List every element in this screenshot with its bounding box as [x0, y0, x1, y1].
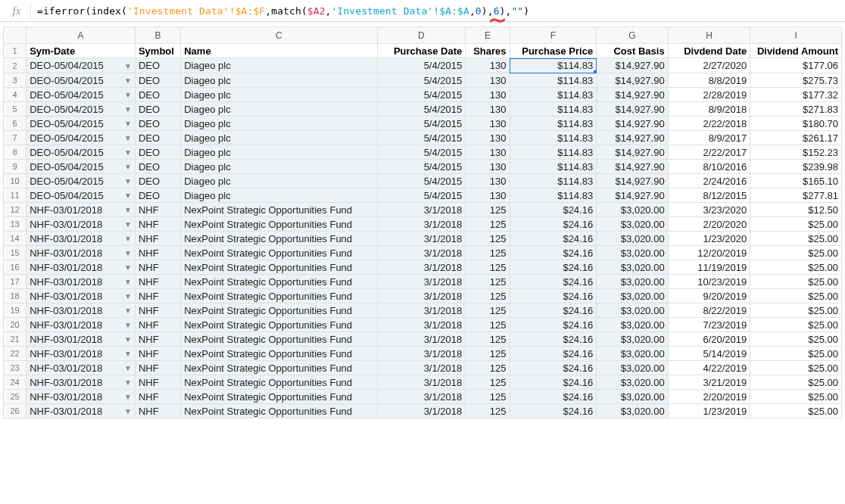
cell-purchase-date[interactable]: 3/1/2018: [377, 289, 466, 303]
cell-symdate[interactable]: NHF-03/01/2018▼: [27, 361, 136, 375]
header-cost-basis[interactable]: Cost Basis: [597, 44, 669, 58]
dropdown-icon[interactable]: ▼: [124, 292, 132, 300]
row-header-5[interactable]: 5: [4, 102, 27, 117]
cell-name[interactable]: Diageo plc: [181, 160, 377, 174]
cell-purchase-date[interactable]: 3/1/2018: [377, 260, 466, 275]
cell-dividend-amount[interactable]: $165.10: [750, 174, 842, 188]
cell-cost-basis[interactable]: $14,927.90: [597, 145, 669, 160]
cell-dividend-date[interactable]: 8/8/2019: [668, 73, 750, 88]
col-header-E[interactable]: E: [466, 27, 510, 44]
cell-dividend-date[interactable]: 3/21/2019: [668, 375, 750, 390]
cell-purchase-date[interactable]: 5/4/2015: [377, 88, 466, 102]
cell-purchase-date[interactable]: 5/4/2015: [377, 145, 466, 160]
cell-symbol[interactable]: DEO: [135, 117, 180, 131]
cell-shares[interactable]: 125: [466, 217, 510, 232]
dropdown-icon[interactable]: ▼: [124, 163, 132, 171]
cell-purchase-price[interactable]: $114.83: [510, 145, 597, 160]
cell-cost-basis[interactable]: $3,020.00: [597, 232, 669, 246]
cell-dividend-date[interactable]: 12/20/2019: [668, 246, 750, 260]
cell-dividend-date[interactable]: 7/23/2019: [668, 318, 750, 332]
cell-name[interactable]: Diageo plc: [181, 88, 377, 102]
cell-purchase-price[interactable]: $24.16: [510, 203, 597, 217]
cell-name[interactable]: NexPoint Strategic Opportunities Fund: [181, 289, 377, 303]
cell-name[interactable]: NexPoint Strategic Opportunities Fund: [181, 361, 377, 375]
cell-dividend-date[interactable]: 8/10/2016: [668, 160, 750, 174]
col-header-A[interactable]: A: [27, 27, 136, 44]
cell-symbol[interactable]: NHF: [135, 332, 180, 347]
col-header-G[interactable]: G: [597, 27, 669, 44]
header-symdate[interactable]: Sym-Date: [27, 44, 136, 58]
dropdown-icon[interactable]: ▼: [124, 120, 132, 128]
dropdown-icon[interactable]: ▼: [124, 393, 132, 401]
cell-dividend-amount[interactable]: $180.70: [750, 117, 842, 131]
cell-purchase-price[interactable]: $114.83: [510, 160, 597, 174]
row-header-6[interactable]: 6: [4, 117, 27, 131]
cell-dividend-date[interactable]: 2/28/2019: [668, 88, 750, 102]
cell-name[interactable]: NexPoint Strategic Opportunities Fund: [181, 303, 377, 318]
header-shares[interactable]: Shares: [466, 44, 510, 58]
cell-shares[interactable]: 125: [466, 347, 510, 361]
cell-shares[interactable]: 125: [466, 318, 510, 332]
cell-symbol[interactable]: NHF: [135, 390, 180, 404]
cell-dividend-amount[interactable]: $152.23: [750, 145, 842, 160]
cell-symbol[interactable]: DEO: [135, 88, 180, 102]
cell-dividend-amount[interactable]: $25.00: [750, 275, 842, 289]
dropdown-icon[interactable]: ▼: [124, 148, 132, 157]
cell-dividend-amount[interactable]: $277.81: [750, 188, 842, 203]
cell-cost-basis[interactable]: $14,927.90: [597, 73, 669, 88]
cell-name[interactable]: Diageo plc: [181, 102, 377, 117]
cell-name[interactable]: NexPoint Strategic Opportunities Fund: [181, 203, 377, 217]
cell-purchase-date[interactable]: 3/1/2018: [377, 390, 466, 404]
cell-shares[interactable]: 130: [466, 174, 510, 188]
cell-dividend-amount[interactable]: $261.17: [750, 131, 842, 145]
cell-symdate[interactable]: NHF-03/01/2018▼: [27, 390, 136, 404]
cell-symdate[interactable]: DEO-05/04/2015▼: [27, 160, 136, 174]
cell-purchase-date[interactable]: 3/1/2018: [377, 332, 466, 347]
row-header-23[interactable]: 23: [4, 361, 27, 375]
col-header-F[interactable]: F: [510, 27, 597, 44]
cell-purchase-price[interactable]: $24.16: [510, 332, 597, 347]
cell-purchase-date[interactable]: 5/4/2015: [377, 188, 466, 203]
cell-dividend-date[interactable]: 3/23/2020: [668, 203, 750, 217]
cell-purchase-price[interactable]: $24.16: [510, 347, 597, 361]
cell-dividend-date[interactable]: 1/23/2020: [668, 232, 750, 246]
cell-dividend-amount[interactable]: $25.00: [750, 318, 842, 332]
cell-symdate[interactable]: DEO-05/04/2015▼: [27, 131, 136, 145]
dropdown-icon[interactable]: ▼: [124, 249, 132, 257]
cell-symdate[interactable]: DEO-05/04/2015▼: [27, 88, 136, 102]
cell-shares[interactable]: 125: [466, 375, 510, 390]
cell-dividend-amount[interactable]: $275.73: [750, 73, 842, 88]
cell-dividend-date[interactable]: 8/12/2015: [668, 188, 750, 203]
cell-dividend-date[interactable]: 9/20/2019: [668, 289, 750, 303]
dropdown-icon[interactable]: ▼: [124, 306, 132, 315]
cell-purchase-price[interactable]: $24.16: [510, 232, 597, 246]
cell-symbol[interactable]: DEO: [135, 102, 180, 117]
cell-symdate[interactable]: DEO-05/04/2015▼: [27, 102, 136, 117]
cell-symdate[interactable]: NHF-03/01/2018▼: [27, 347, 136, 361]
cell-name[interactable]: NexPoint Strategic Opportunities Fund: [181, 390, 377, 404]
cell-dividend-amount[interactable]: $25.00: [750, 260, 842, 275]
cell-symdate[interactable]: NHF-03/01/2018▼: [27, 318, 136, 332]
cell-shares[interactable]: 125: [466, 404, 510, 418]
header-purchase-price[interactable]: Purchase Price: [510, 44, 597, 58]
dropdown-icon[interactable]: ▼: [124, 378, 132, 387]
cell-shares[interactable]: 125: [466, 246, 510, 260]
cell-name[interactable]: Diageo plc: [181, 58, 377, 73]
cell-dividend-date[interactable]: 1/23/2019: [668, 404, 750, 418]
row-header-26[interactable]: 26: [4, 404, 27, 418]
cell-cost-basis[interactable]: $3,020.00: [597, 275, 669, 289]
cell-symdate[interactable]: DEO-05/04/2015▼: [27, 145, 136, 160]
cell-dividend-amount[interactable]: $25.00: [750, 217, 842, 232]
cell-purchase-price[interactable]: $24.16: [510, 404, 597, 418]
cell-cost-basis[interactable]: $14,927.90: [597, 174, 669, 188]
cell-shares[interactable]: 125: [466, 332, 510, 347]
row-header-7[interactable]: 7: [4, 131, 27, 145]
cell-cost-basis[interactable]: $3,020.00: [597, 217, 669, 232]
cell-symbol[interactable]: DEO: [135, 188, 180, 203]
cell-name[interactable]: NexPoint Strategic Opportunities Fund: [181, 217, 377, 232]
cell-name[interactable]: Diageo plc: [181, 117, 377, 131]
dropdown-icon[interactable]: ▼: [124, 407, 132, 415]
cell-cost-basis[interactable]: $3,020.00: [597, 361, 669, 375]
cell-shares[interactable]: 125: [466, 232, 510, 246]
cell-shares[interactable]: 125: [466, 275, 510, 289]
